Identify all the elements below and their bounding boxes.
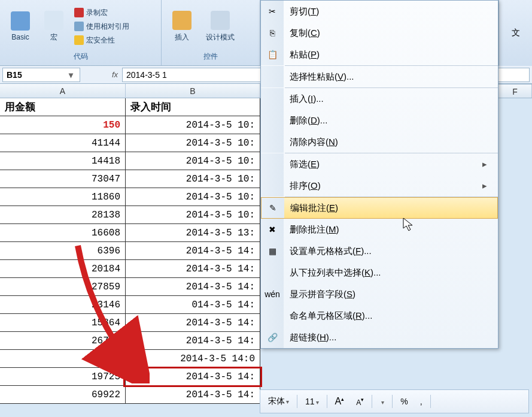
cell-time[interactable]: 2014-3-5 10:	[126, 116, 260, 134]
menu-item-label: 删除批注(M)	[284, 224, 482, 235]
cell-amount[interactable]: 3548	[0, 350, 126, 367]
cell-time[interactable]: 2014-3-5 14:	[126, 368, 260, 385]
comma-button[interactable]: ,	[416, 395, 427, 408]
menu-item[interactable]: ✂剪切(T)	[261, 1, 498, 22]
font-size-dropdown[interactable]: 11▾	[301, 395, 323, 408]
cell-time[interactable]: 2014-3-5 14:	[126, 386, 260, 403]
menu-item-label: 编辑批注(E)	[284, 203, 482, 214]
menu-item[interactable]: 删除(D)...	[261, 110, 498, 131]
separator	[372, 395, 372, 408]
separator	[430, 395, 431, 408]
menu-item[interactable]: 筛选(E)▸	[261, 153, 498, 175]
menu-item-label: 从下拉列表中选择(K)...	[284, 267, 482, 279]
design-mode-button[interactable]: 设计模式	[200, 8, 241, 45]
cell-amount[interactable]: 150	[0, 116, 126, 134]
menu-item[interactable]: ✎编辑批注(E)	[261, 197, 498, 219]
menu-item[interactable]: 清除内容(N)	[261, 131, 498, 153]
cell-time[interactable]: 2014-3-5 13:	[126, 224, 260, 241]
table-row: 63962014-3-5 14:	[0, 242, 260, 260]
cell-amount[interactable]: 11860	[0, 188, 126, 206]
insert-label: 插入	[175, 32, 189, 43]
cell-time[interactable]: 2014-3-5 10:	[126, 206, 260, 223]
use-relative-button[interactable]: 使用相对引用	[72, 20, 132, 33]
name-box-value: B15	[7, 70, 65, 80]
cell-time[interactable]: 2014-3-5 14:0	[126, 350, 260, 367]
brush-button[interactable]	[434, 400, 443, 403]
percent-button[interactable]: %	[396, 395, 412, 408]
name-box[interactable]: B15 ▾	[2, 68, 80, 82]
menu-item[interactable]: ▦设置单元格格式(F)...	[261, 240, 498, 262]
cell-amount[interactable]: 23146	[0, 296, 126, 313]
submenu-arrow-icon: ▸	[482, 159, 498, 170]
macro-security-button[interactable]: 宏安全性	[72, 34, 132, 47]
menu-item-label: 命名单元格区域(R)...	[284, 310, 482, 322]
table-row: 197252014-3-5 14:	[0, 368, 260, 386]
menu-item[interactable]: 🔗超链接(H)...	[261, 327, 498, 348]
grow-font-button[interactable]: A▴	[331, 394, 349, 409]
shrink-font-button[interactable]: A▾	[352, 395, 368, 409]
mini-toolbar: 宋体▾ 11▾ A▴ A▾ ▾ % ,	[260, 389, 529, 413]
cell-amount[interactable]: 14418	[0, 152, 126, 170]
cell-time[interactable]: 2014-3-5 14:	[126, 314, 260, 331]
record-macro-button[interactable]: 录制宏	[72, 7, 132, 19]
cell-amount[interactable]: 16608	[0, 224, 126, 241]
menu-icon-empty	[261, 175, 284, 197]
col-header-f[interactable]: F	[498, 84, 532, 98]
visual-basic-button[interactable]: Basic	[5, 9, 36, 44]
menu-item[interactable]: ⎘复制(C)	[261, 22, 498, 44]
menu-item-label: 显示拼音字段(S)	[284, 289, 482, 300]
cell-amount[interactable]: 15864	[0, 314, 126, 331]
menu-item[interactable]: 排序(O)▸	[261, 175, 498, 197]
menu-item[interactable]: 📋粘贴(P)	[261, 44, 498, 65]
menu-icon-empty	[261, 131, 284, 153]
macros-button[interactable]: 宏	[38, 8, 69, 45]
font-family-dropdown[interactable]: 宋体▾	[264, 394, 293, 409]
menu-item[interactable]: ✖删除批注(M)	[261, 219, 498, 240]
cell-time[interactable]: 2014-3-5 10:	[126, 152, 260, 170]
fx-icon[interactable]: fx	[108, 70, 122, 79]
relative-icon	[74, 22, 84, 31]
col-header-b[interactable]: B	[126, 84, 260, 98]
record-icon	[74, 8, 84, 17]
menu-item[interactable]: 命名单元格区域(R)...	[261, 305, 498, 327]
table-header-row: 用金额 录入时间	[0, 98, 260, 116]
cell-amount[interactable]: 28138	[0, 206, 126, 223]
cell-amount[interactable]: 19725	[0, 368, 126, 385]
cell-time[interactable]: 2014-3-5 10:	[126, 188, 260, 206]
menu-item[interactable]: 从下拉列表中选择(K)...	[261, 262, 498, 283]
cell-amount[interactable]: 26758	[0, 332, 126, 349]
cell-time[interactable]: 2014-3-5 10:	[126, 134, 260, 152]
header-cell-a[interactable]: 用金额	[0, 98, 126, 116]
header-cell-b[interactable]: 录入时间	[126, 98, 260, 116]
hyperlink-icon: 🔗	[261, 327, 284, 348]
cell-amount[interactable]: 27859	[0, 278, 126, 295]
separator	[392, 395, 393, 408]
cell-amount[interactable]: 6396	[0, 242, 126, 259]
macro-label: 宏	[50, 32, 57, 43]
cell-time[interactable]: 2014-3-5 14:	[126, 278, 260, 295]
cell-amount[interactable]: 41144	[0, 134, 126, 152]
cell-time[interactable]: 2014-3-5 14:	[126, 242, 260, 259]
cell-time[interactable]: 2014-3-5 10:	[126, 170, 260, 188]
cell-amount[interactable]: 20184	[0, 260, 126, 277]
menu-icon-empty	[261, 305, 284, 327]
delete-comment-icon: ✖	[261, 219, 284, 240]
menu-item-label: 设置单元格格式(F)...	[284, 246, 482, 257]
cell-time[interactable]: 2014-3-5 14:	[126, 332, 260, 349]
format-painter-button[interactable]: ▾	[376, 395, 388, 408]
name-box-dropdown-icon[interactable]: ▾	[65, 70, 76, 80]
menu-item[interactable]: wén显示拼音字段(S)	[261, 283, 498, 305]
cell-time[interactable]: 2014-3-5 14:	[126, 260, 260, 277]
menu-item-label: 复制(C)	[284, 28, 482, 39]
format-cells-icon: ▦	[261, 240, 284, 262]
cell-time[interactable]: 014-3-5 14:	[126, 296, 260, 313]
menu-item-label: 删除(D)...	[284, 115, 482, 126]
menu-item[interactable]: 插入(I)...	[261, 88, 498, 110]
menu-item[interactable]: 选择性粘贴(V)...	[261, 66, 498, 87]
col-header-a[interactable]: A	[0, 84, 126, 98]
cell-amount[interactable]: 69922	[0, 386, 126, 403]
phonetic-icon: wén	[261, 283, 284, 305]
cell-amount[interactable]: 73047	[0, 170, 126, 188]
table-row: 1502014-3-5 10:	[0, 116, 260, 134]
insert-control-button[interactable]: 插入	[166, 8, 197, 45]
